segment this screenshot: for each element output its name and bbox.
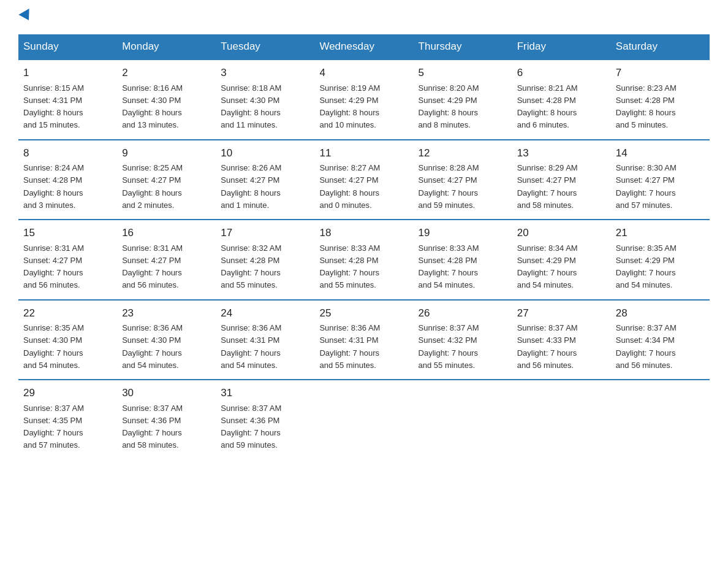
day-info: Sunrise: 8:30 AMSunset: 4:27 PMDaylight:…	[616, 163, 677, 210]
calendar-cell: 8Sunrise: 8:24 AMSunset: 4:28 PMDaylight…	[18, 140, 117, 220]
weekday-header-tuesday: Tuesday	[216, 34, 314, 59]
calendar-cell: 18Sunrise: 8:33 AMSunset: 4:28 PMDayligh…	[314, 220, 413, 300]
day-info: Sunrise: 8:35 AMSunset: 4:30 PMDaylight:…	[23, 323, 84, 370]
calendar-cell: 26Sunrise: 8:37 AMSunset: 4:32 PMDayligh…	[414, 300, 512, 380]
day-number: 6	[517, 65, 606, 81]
day-number: 3	[221, 65, 309, 81]
calendar-cell: 19Sunrise: 8:33 AMSunset: 4:28 PMDayligh…	[414, 220, 512, 300]
logo	[18, 12, 32, 22]
day-info: Sunrise: 8:26 AMSunset: 4:27 PMDaylight:…	[221, 163, 281, 210]
day-number: 19	[419, 225, 507, 241]
day-number: 26	[419, 305, 507, 321]
day-number: 11	[319, 145, 408, 161]
calendar-cell: 6Sunrise: 8:21 AMSunset: 4:28 PMDaylight…	[512, 59, 611, 140]
day-info: Sunrise: 8:37 AMSunset: 4:35 PMDaylight:…	[23, 404, 84, 450]
day-info: Sunrise: 8:37 AMSunset: 4:32 PMDaylight:…	[419, 323, 479, 370]
calendar-cell: 12Sunrise: 8:28 AMSunset: 4:27 PMDayligh…	[414, 140, 512, 220]
calendar-cell	[611, 380, 710, 459]
day-info: Sunrise: 8:15 AMSunset: 4:31 PMDaylight:…	[23, 83, 84, 130]
day-number: 21	[616, 225, 705, 241]
day-info: Sunrise: 8:33 AMSunset: 4:28 PMDaylight:…	[319, 243, 380, 290]
day-info: Sunrise: 8:37 AMSunset: 4:33 PMDaylight:…	[517, 323, 578, 370]
calendar-cell: 20Sunrise: 8:34 AMSunset: 4:29 PMDayligh…	[512, 220, 611, 300]
day-number: 16	[122, 225, 211, 241]
calendar-cell: 24Sunrise: 8:36 AMSunset: 4:31 PMDayligh…	[216, 300, 314, 380]
day-info: Sunrise: 8:36 AMSunset: 4:30 PMDaylight:…	[122, 323, 183, 370]
calendar-cell: 16Sunrise: 8:31 AMSunset: 4:27 PMDayligh…	[117, 220, 216, 300]
week-row-4: 22Sunrise: 8:35 AMSunset: 4:30 PMDayligh…	[18, 300, 710, 380]
day-info: Sunrise: 8:19 AMSunset: 4:29 PMDaylight:…	[319, 83, 380, 130]
logo-top-row	[18, 12, 32, 22]
week-row-1: 1Sunrise: 8:15 AMSunset: 4:31 PMDaylight…	[18, 59, 710, 140]
day-info: Sunrise: 8:32 AMSunset: 4:28 PMDaylight:…	[221, 243, 281, 290]
weekday-header-row: SundayMondayTuesdayWednesdayThursdayFrid…	[18, 34, 710, 59]
day-number: 25	[319, 305, 408, 321]
day-number: 29	[23, 385, 112, 401]
day-number: 18	[319, 225, 408, 241]
calendar-cell: 30Sunrise: 8:37 AMSunset: 4:36 PMDayligh…	[117, 380, 216, 459]
calendar-cell	[314, 380, 413, 459]
calendar-cell: 10Sunrise: 8:26 AMSunset: 4:27 PMDayligh…	[216, 140, 314, 220]
day-number: 23	[122, 305, 211, 321]
calendar-cell: 9Sunrise: 8:25 AMSunset: 4:27 PMDaylight…	[117, 140, 216, 220]
calendar-cell	[512, 380, 611, 459]
week-row-5: 29Sunrise: 8:37 AMSunset: 4:35 PMDayligh…	[18, 380, 710, 459]
weekday-header-thursday: Thursday	[414, 34, 512, 59]
day-info: Sunrise: 8:23 AMSunset: 4:28 PMDaylight:…	[616, 83, 677, 130]
day-number: 20	[517, 225, 606, 241]
calendar-cell: 14Sunrise: 8:30 AMSunset: 4:27 PMDayligh…	[611, 140, 710, 220]
day-number: 10	[221, 145, 309, 161]
calendar-cell: 1Sunrise: 8:15 AMSunset: 4:31 PMDaylight…	[18, 59, 117, 140]
day-number: 1	[23, 65, 112, 81]
calendar-table: SundayMondayTuesdayWednesdayThursdayFrid…	[18, 34, 710, 459]
day-number: 5	[419, 65, 507, 81]
calendar-cell: 7Sunrise: 8:23 AMSunset: 4:28 PMDaylight…	[611, 59, 710, 140]
day-info: Sunrise: 8:24 AMSunset: 4:28 PMDaylight:…	[23, 163, 84, 210]
day-info: Sunrise: 8:25 AMSunset: 4:27 PMDaylight:…	[122, 163, 183, 210]
day-info: Sunrise: 8:37 AMSunset: 4:34 PMDaylight:…	[616, 323, 677, 370]
day-number: 8	[23, 145, 112, 161]
calendar-cell: 21Sunrise: 8:35 AMSunset: 4:29 PMDayligh…	[611, 220, 710, 300]
day-info: Sunrise: 8:37 AMSunset: 4:36 PMDaylight:…	[122, 404, 183, 450]
calendar-cell: 5Sunrise: 8:20 AMSunset: 4:29 PMDaylight…	[414, 59, 512, 140]
day-info: Sunrise: 8:35 AMSunset: 4:29 PMDaylight:…	[616, 243, 677, 290]
calendar-cell: 28Sunrise: 8:37 AMSunset: 4:34 PMDayligh…	[611, 300, 710, 380]
calendar-cell: 25Sunrise: 8:36 AMSunset: 4:31 PMDayligh…	[314, 300, 413, 380]
weekday-header-sunday: Sunday	[18, 34, 117, 59]
day-info: Sunrise: 8:37 AMSunset: 4:36 PMDaylight:…	[221, 404, 281, 450]
day-number: 7	[616, 65, 705, 81]
weekday-header-monday: Monday	[117, 34, 216, 59]
weekday-header-friday: Friday	[512, 34, 611, 59]
calendar-cell: 23Sunrise: 8:36 AMSunset: 4:30 PMDayligh…	[117, 300, 216, 380]
week-row-2: 8Sunrise: 8:24 AMSunset: 4:28 PMDaylight…	[18, 140, 710, 220]
day-number: 27	[517, 305, 606, 321]
day-info: Sunrise: 8:31 AMSunset: 4:27 PMDaylight:…	[122, 243, 183, 290]
day-info: Sunrise: 8:20 AMSunset: 4:29 PMDaylight:…	[419, 83, 479, 130]
day-info: Sunrise: 8:16 AMSunset: 4:30 PMDaylight:…	[122, 83, 183, 130]
day-info: Sunrise: 8:27 AMSunset: 4:27 PMDaylight:…	[319, 163, 380, 210]
day-number: 31	[221, 385, 309, 401]
day-number: 14	[616, 145, 705, 161]
day-number: 12	[419, 145, 507, 161]
day-number: 22	[23, 305, 112, 321]
day-info: Sunrise: 8:34 AMSunset: 4:29 PMDaylight:…	[517, 243, 578, 290]
day-number: 28	[616, 305, 705, 321]
day-number: 24	[221, 305, 309, 321]
day-info: Sunrise: 8:33 AMSunset: 4:28 PMDaylight:…	[419, 243, 479, 290]
day-number: 4	[319, 65, 408, 81]
calendar-cell: 17Sunrise: 8:32 AMSunset: 4:28 PMDayligh…	[216, 220, 314, 300]
calendar-cell: 2Sunrise: 8:16 AMSunset: 4:30 PMDaylight…	[117, 59, 216, 140]
day-number: 15	[23, 225, 112, 241]
calendar-cell: 4Sunrise: 8:19 AMSunset: 4:29 PMDaylight…	[314, 59, 413, 140]
calendar-cell: 27Sunrise: 8:37 AMSunset: 4:33 PMDayligh…	[512, 300, 611, 380]
weekday-header-wednesday: Wednesday	[314, 34, 413, 59]
calendar-cell: 29Sunrise: 8:37 AMSunset: 4:35 PMDayligh…	[18, 380, 117, 459]
day-number: 17	[221, 225, 309, 241]
calendar-cell: 15Sunrise: 8:31 AMSunset: 4:27 PMDayligh…	[18, 220, 117, 300]
calendar-cell: 31Sunrise: 8:37 AMSunset: 4:36 PMDayligh…	[216, 380, 314, 459]
day-info: Sunrise: 8:36 AMSunset: 4:31 PMDaylight:…	[319, 323, 380, 370]
day-info: Sunrise: 8:36 AMSunset: 4:31 PMDaylight:…	[221, 323, 281, 370]
day-info: Sunrise: 8:21 AMSunset: 4:28 PMDaylight:…	[517, 83, 578, 130]
day-number: 9	[122, 145, 211, 161]
calendar-cell: 3Sunrise: 8:18 AMSunset: 4:30 PMDaylight…	[216, 59, 314, 140]
